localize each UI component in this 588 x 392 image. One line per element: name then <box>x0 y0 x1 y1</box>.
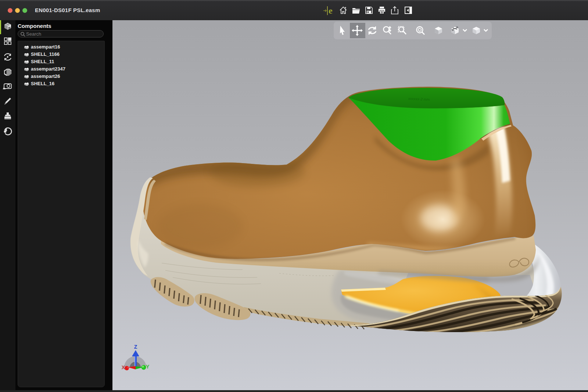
svg-text:Y: Y <box>146 364 150 370</box>
svg-text:e: e <box>329 6 333 15</box>
svg-text:X: X <box>122 364 125 370</box>
svg-text:Z: Z <box>134 344 137 350</box>
